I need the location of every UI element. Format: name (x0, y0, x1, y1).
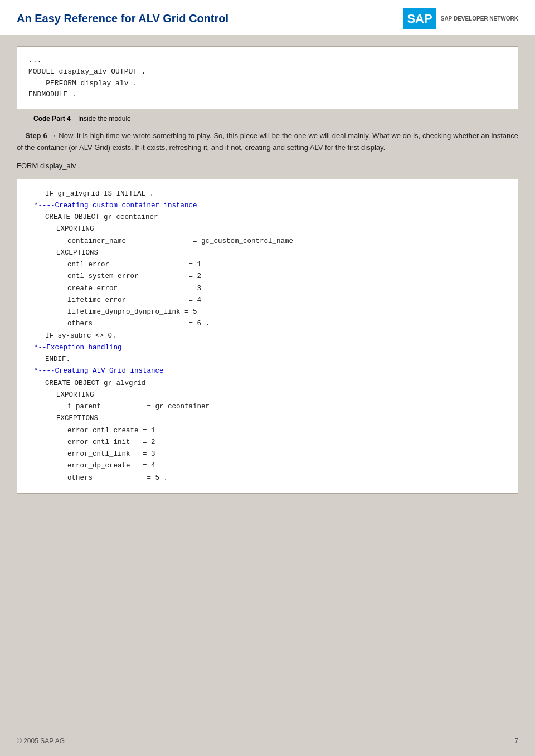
code-comment-line: *----Creating custom container instance (34, 200, 501, 212)
code-line: others = 6 . (34, 318, 501, 330)
form-line: FORM display_alv . (17, 160, 518, 172)
code-line: cntl_error = 1 (34, 259, 501, 271)
step6-paragraph: Step 6 → Now, it is high time we wrote s… (17, 130, 518, 154)
code-line: EXPORTING (34, 223, 501, 235)
code-line: ENDMODULE . (28, 89, 507, 101)
code-line: ENDIF. (34, 354, 501, 365)
code-line: error_dp_create = 4 (34, 460, 501, 472)
sap-developer-label: SAP DEVELOPER NETWORK (441, 16, 518, 22)
code-line: cntl_system_error = 2 (34, 271, 501, 282)
code-label-rest: – Inside the module (71, 115, 131, 123)
code-line: ... (28, 55, 507, 66)
code-line: MODULE display_alv OUTPUT . (28, 66, 507, 78)
code-comment-line: *----Creating ALV Grid instance (34, 365, 501, 377)
code-line: error_cntl_link = 3 (34, 448, 501, 460)
code-line: container_name = gc_custom_control_name (34, 236, 501, 247)
code-box-1: ... MODULE display_alv OUTPUT . PERFORM … (17, 46, 518, 109)
code-label: Code Part 4 – Inside the module (17, 115, 518, 123)
code-label-bold: Code Part 4 (33, 115, 71, 123)
svg-text:SAP: SAP (407, 12, 432, 26)
code-line: CREATE OBJECT gr_ccontainer (34, 212, 501, 223)
page-title: An Easy Reference for ALV Grid Control (17, 12, 228, 25)
code-line: error_cntl_init = 2 (34, 437, 501, 448)
sap-logo-icon: SAP (403, 8, 436, 29)
code-line: lifetime_error = 4 (34, 295, 501, 306)
code-line: EXCEPTIONS (34, 413, 501, 425)
page: An Easy Reference for ALV Grid Control S… (0, 0, 535, 756)
code-line: create_error = 3 (34, 283, 501, 295)
step6-label: Step 6 → (25, 131, 56, 140)
code-line: EXPORTING (34, 389, 501, 401)
footer-copyright: © 2005 SAP AG (17, 737, 65, 745)
header: An Easy Reference for ALV Grid Control S… (0, 0, 535, 35)
sap-logo-area: SAP SAP DEVELOPER NETWORK (403, 8, 518, 29)
step6-text: Now, it is high time we wrote something … (17, 131, 518, 152)
code-line: i_parent = gr_ccontainer (34, 401, 501, 413)
code-line: lifetime_dynpro_dynpro_link = 5 (34, 306, 501, 318)
footer-page: 7 (514, 737, 518, 745)
main-content: ... MODULE display_alv OUTPUT . PERFORM … (0, 35, 535, 516)
code-line: EXCEPTIONS (34, 247, 501, 259)
code-line: IF sy-subrc <> 0. (34, 330, 501, 342)
code-line: error_cntl_create = 1 (34, 425, 501, 437)
footer: © 2005 SAP AG 7 (0, 737, 535, 745)
code-line: others = 5 . (34, 472, 501, 484)
code-block-main: IF gr_alvgrid IS INITIAL . *----Creating… (17, 179, 518, 494)
code-comment-line: *--Exception handling (34, 342, 501, 354)
code-line: PERFORM display_alv . (28, 78, 507, 90)
code-line: IF gr_alvgrid IS INITIAL . (34, 188, 501, 200)
code-line: CREATE OBJECT gr_alvgrid (34, 378, 501, 389)
